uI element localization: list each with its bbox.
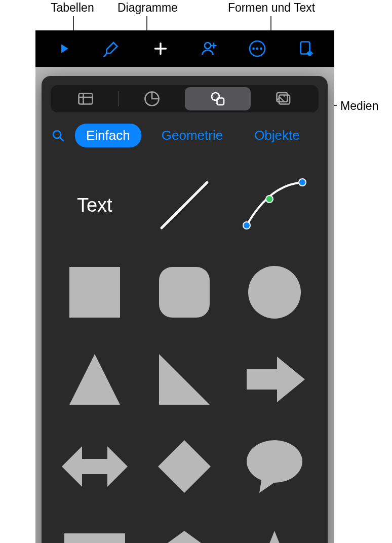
shape-speech-bubble[interactable] <box>232 426 317 507</box>
svg-point-10 <box>253 48 255 50</box>
segment-charts[interactable] <box>119 87 185 110</box>
curve-icon <box>239 175 310 236</box>
collaborate-button[interactable] <box>197 36 222 61</box>
shape-right-triangle[interactable] <box>143 339 227 420</box>
shape-rounded-square[interactable] <box>143 252 227 333</box>
shape-diamond[interactable] <box>143 426 227 507</box>
diamond-icon <box>154 436 215 497</box>
plus-icon <box>151 40 170 58</box>
svg-marker-33 <box>158 440 211 493</box>
segment-media[interactable] <box>251 87 317 110</box>
category-animals[interactable]: Tiere <box>320 124 328 147</box>
shape-text-label: Text <box>77 195 112 216</box>
svg-point-12 <box>260 48 263 50</box>
popover-arrow <box>172 76 186 77</box>
svg-marker-37 <box>156 531 212 543</box>
svg-point-20 <box>284 95 286 97</box>
svg-point-11 <box>256 48 259 50</box>
svg-marker-36 <box>64 533 125 543</box>
pentagon-icon <box>154 528 215 543</box>
svg-marker-38 <box>248 531 301 543</box>
arrow-right-icon <box>242 349 307 410</box>
table-icon <box>76 90 95 108</box>
triangle-icon <box>64 349 125 410</box>
category-basic[interactable]: Einfach <box>75 124 141 147</box>
shape-text[interactable]: Text <box>53 165 137 246</box>
svg-point-28 <box>248 266 301 319</box>
callout-labels: Tabellen Diagramme Formen und Text Medie… <box>0 0 392 4</box>
main-toolbar <box>35 30 334 67</box>
shape-category-row: Einfach Geometrie Objekte Tiere <box>42 112 328 152</box>
rounded-square-icon <box>154 262 215 323</box>
callout-charts: Diagramme <box>117 1 178 15</box>
shape-curve[interactable] <box>232 165 317 246</box>
svg-marker-32 <box>62 446 128 487</box>
insert-button[interactable] <box>148 36 173 61</box>
search-button[interactable] <box>51 127 66 145</box>
callout-tables: Tabellen <box>51 1 94 15</box>
shapes-grid: Text <box>42 156 328 543</box>
svg-marker-30 <box>159 354 210 405</box>
segment-tables[interactable] <box>53 87 119 110</box>
insert-popover: Einfach Geometrie Objekte Tiere Text <box>42 76 328 543</box>
brush-icon <box>103 40 121 58</box>
star-icon <box>244 528 305 543</box>
pie-chart-icon <box>143 90 161 108</box>
more-button[interactable] <box>245 36 270 61</box>
svg-point-25 <box>299 179 306 186</box>
right-triangle-icon <box>154 349 215 410</box>
play-icon <box>56 41 71 56</box>
line-icon <box>154 175 215 236</box>
svg-rect-27 <box>159 267 210 318</box>
category-objects[interactable]: Objekte <box>243 124 311 147</box>
shape-arrow-bidirectional[interactable] <box>53 426 137 507</box>
format-button[interactable] <box>99 36 125 61</box>
app-window: Einfach Geometrie Objekte Tiere Text <box>35 30 334 543</box>
svg-rect-26 <box>69 267 120 318</box>
shape-triangle[interactable] <box>53 339 137 420</box>
svg-marker-29 <box>69 354 120 405</box>
shape-circle[interactable] <box>232 252 317 333</box>
shapes-icon <box>209 90 227 108</box>
shape-star[interactable] <box>232 513 317 543</box>
shape-square[interactable] <box>53 252 137 333</box>
svg-point-34 <box>247 440 302 483</box>
callout-media: Medien <box>340 99 378 113</box>
arrow-bidirectional-icon <box>59 436 130 497</box>
svg-point-23 <box>243 222 250 229</box>
play-button[interactable] <box>51 36 76 61</box>
shape-pentagon[interactable] <box>143 513 227 543</box>
add-person-icon <box>200 40 218 58</box>
banner-icon <box>62 531 128 543</box>
svg-marker-31 <box>247 357 305 402</box>
circle-icon <box>244 262 305 323</box>
shape-arrow-right[interactable] <box>232 339 317 420</box>
shape-line[interactable] <box>143 165 227 246</box>
document-eye-icon <box>297 40 315 58</box>
svg-point-16 <box>212 93 219 100</box>
category-geometry[interactable]: Geometrie <box>150 124 234 147</box>
callout-shapes-text: Formen und Text <box>228 1 315 15</box>
svg-point-21 <box>53 131 61 138</box>
insert-type-segmented-control <box>51 85 319 112</box>
photos-icon <box>275 90 293 108</box>
speech-bubble-icon <box>242 436 307 497</box>
svg-point-8 <box>205 43 211 49</box>
segment-shapes[interactable] <box>185 87 251 110</box>
ellipsis-icon <box>248 40 266 58</box>
presenter-notes-button[interactable] <box>293 36 319 61</box>
svg-point-24 <box>266 196 273 203</box>
square-icon <box>64 262 125 323</box>
svg-line-22 <box>162 182 207 228</box>
shape-banner[interactable] <box>53 513 137 543</box>
search-icon <box>51 128 66 143</box>
svg-rect-15 <box>79 94 93 104</box>
